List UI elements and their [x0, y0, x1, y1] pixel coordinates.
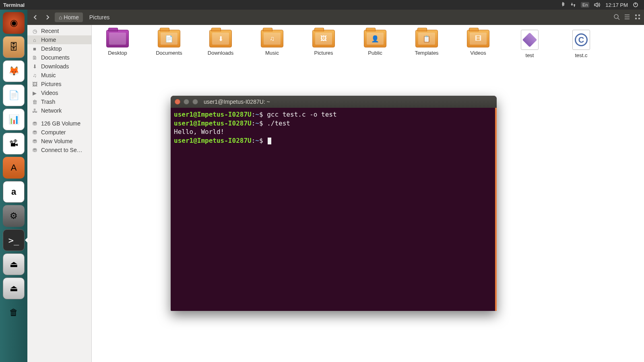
sidebar-device-126-gb-volume[interactable]: ⛃126 GB Volume — [27, 119, 91, 128]
file-item-public[interactable]: 👤Public — [357, 30, 394, 58]
sidebar-recent[interactable]: ◷Recent — [27, 27, 91, 35]
power-icon[interactable] — [633, 2, 638, 8]
sidebar-item-label: Documents — [41, 54, 70, 61]
sidebar-icon: ⛃ — [31, 147, 38, 153]
sidebar-item-label: Videos — [41, 90, 58, 96]
sidebar-icon: 🗑 — [31, 99, 38, 105]
home-icon: ⌂ — [59, 14, 62, 21]
sidebar-item-label: 126 GB Volume — [41, 120, 80, 127]
terminal-line: user1@Impetus-I0287U:~$ — [174, 136, 492, 145]
file-item-videos[interactable]: 🎞Videos — [460, 30, 497, 58]
sidebar-icon: 🗎 — [31, 55, 38, 61]
launcher-drive1[interactable]: ⏏ — [3, 253, 25, 275]
menubar-app-name: Terminal — [3, 2, 25, 8]
terminal-titlebar[interactable]: user1@Impetus-I0287U: ~ — [171, 96, 497, 108]
file-item-documents[interactable]: 📄Documents — [151, 30, 188, 58]
sidebar-item-label: Pictures — [41, 81, 62, 87]
keyboard-lang-indicator[interactable]: En — [581, 2, 589, 8]
grid-view-icon[interactable] — [634, 14, 641, 21]
terminal-title-text: user1@Impetus-I0287U: ~ — [204, 99, 270, 105]
folder-icon — [106, 30, 129, 47]
file-item-music[interactable]: ♫Music — [254, 30, 291, 58]
launcher-trash[interactable]: 🗑 — [3, 302, 25, 323]
terminal-window[interactable]: user1@Impetus-I0287U: ~ user1@Impetus-I0… — [171, 96, 497, 311]
sidebar-item-label: Home — [41, 37, 56, 43]
files-toolbar: ⌂ Home Pictures — [27, 10, 644, 25]
volume-icon[interactable] — [594, 2, 601, 8]
folder-icon: 👤 — [364, 30, 386, 47]
top-menubar: Terminal En 12:17 PM — [0, 0, 644, 10]
file-icon — [521, 30, 539, 50]
launcher-files[interactable]: 🗄 — [3, 36, 25, 58]
sidebar-icon: 🖼 — [31, 81, 38, 87]
svg-rect-3 — [638, 14, 640, 16]
file-icon — [572, 30, 590, 50]
breadcrumb-home[interactable]: ⌂ Home — [55, 12, 83, 22]
network-icon[interactable] — [570, 2, 576, 8]
file-label: Public — [357, 50, 394, 56]
sidebar-downloads[interactable]: ⬇Downloads — [27, 62, 91, 71]
list-view-icon[interactable] — [624, 14, 630, 21]
sidebar-device-new-volume[interactable]: ⛃New Volume — [27, 137, 91, 146]
bluetooth-icon[interactable] — [561, 2, 566, 8]
svg-rect-2 — [635, 14, 637, 16]
sidebar-icon: ⛃ — [31, 130, 38, 136]
file-item-test-c[interactable]: test.c — [563, 30, 600, 58]
launcher-impress[interactable]: 📽 — [3, 133, 25, 154]
launcher-calc[interactable]: 📊 — [3, 109, 25, 130]
sidebar-icon: 🖧 — [31, 108, 38, 114]
sidebar-network[interactable]: 🖧Network — [27, 106, 91, 115]
file-item-templates[interactable]: 📋Templates — [408, 30, 445, 58]
search-icon[interactable] — [613, 14, 620, 21]
file-item-test[interactable]: test — [511, 30, 548, 58]
sidebar-item-label: Connect to Se… — [41, 147, 83, 153]
sidebar-documents[interactable]: 🗎Documents — [27, 53, 91, 62]
sidebar-device-connect-to-se-[interactable]: ⛃Connect to Se… — [27, 146, 91, 154]
file-label: Music — [254, 50, 291, 56]
window-maximize-button[interactable] — [192, 99, 198, 105]
sidebar-item-label: New Volume — [41, 138, 73, 144]
svg-rect-5 — [638, 18, 640, 19]
sidebar-item-label: Recent — [41, 28, 59, 34]
launcher-drive2[interactable]: ⏏ — [3, 278, 25, 299]
sidebar-icon: ♫ — [31, 72, 38, 78]
launcher-writer[interactable]: 📄 — [3, 84, 25, 106]
sidebar-pictures[interactable]: 🖼Pictures — [27, 80, 91, 88]
file-label: Downloads — [202, 50, 239, 56]
file-item-pictures[interactable]: 🖼Pictures — [305, 30, 342, 58]
sidebar-item-label: Network — [41, 107, 62, 114]
sidebar-icon: ⬇ — [31, 64, 38, 70]
nav-forward-button[interactable] — [43, 12, 52, 22]
launcher-settings[interactable]: ⚙ — [3, 205, 25, 227]
sidebar-icon: ■ — [31, 46, 38, 52]
window-close-button[interactable] — [175, 99, 180, 105]
file-label: test — [511, 52, 548, 58]
sidebar-home[interactable]: ⌂Home — [27, 35, 91, 44]
sidebar-item-label: Desktop — [41, 45, 62, 52]
terminal-body[interactable]: user1@Impetus-I0287U:~$ gcc test.c -o te… — [171, 108, 497, 311]
sidebar-item-label: Trash — [41, 99, 55, 105]
breadcrumb-pictures[interactable]: Pictures — [85, 12, 114, 22]
sidebar-item-label: Computer — [41, 129, 66, 136]
sidebar-videos[interactable]: ▶Videos — [27, 88, 91, 97]
files-sidebar: ◷Recent⌂Home■Desktop🗎Documents⬇Downloads… — [27, 25, 92, 362]
sidebar-item-label: Downloads — [41, 63, 69, 70]
launcher-firefox[interactable]: 🦊 — [3, 60, 25, 82]
sidebar-device-computer[interactable]: ⛃Computer — [27, 128, 91, 137]
launcher-amazon[interactable]: a — [3, 181, 25, 203]
sidebar-desktop[interactable]: ■Desktop — [27, 44, 91, 53]
window-minimize-button[interactable] — [184, 99, 189, 105]
launcher-terminal[interactable]: >_ — [3, 229, 25, 251]
sidebar-music[interactable]: ♫Music — [27, 71, 91, 80]
file-item-desktop[interactable]: Desktop — [99, 30, 136, 58]
file-item-downloads[interactable]: ⬇Downloads — [202, 30, 239, 58]
launcher-software[interactable]: A — [3, 157, 25, 179]
clock[interactable]: 12:17 PM — [605, 2, 628, 8]
breadcrumb-home-label: Home — [64, 14, 78, 21]
sidebar-trash[interactable]: 🗑Trash — [27, 97, 91, 106]
launcher-ubuntu-dash[interactable]: ◉ — [3, 12, 25, 34]
sidebar-icon: ⌂ — [31, 37, 38, 43]
nav-back-button[interactable] — [31, 12, 40, 22]
file-label: Templates — [408, 50, 445, 56]
sidebar-icon: ⛃ — [31, 121, 38, 127]
